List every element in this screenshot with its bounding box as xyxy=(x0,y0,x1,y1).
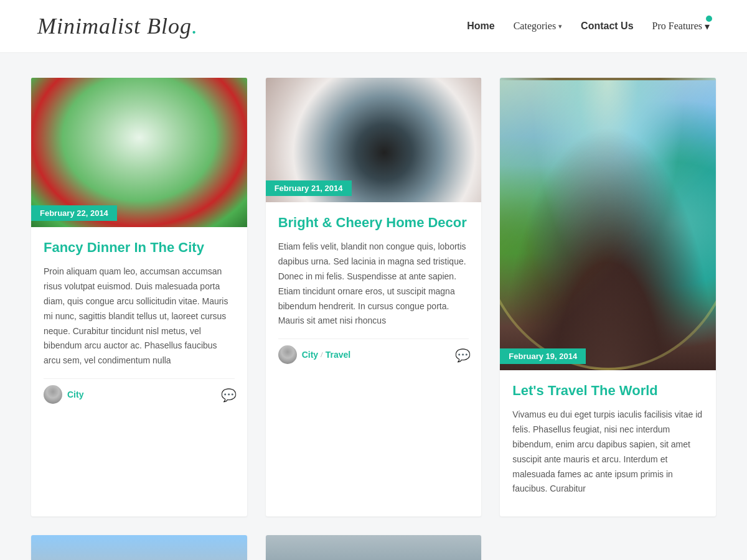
nav-categories[interactable]: Categories ▾ xyxy=(514,21,562,32)
post-body-3: Let's Travel The World Vivamus eu dui eg… xyxy=(500,370,716,516)
nav-pro-label: Pro Features xyxy=(652,21,702,32)
post-meta-1: City 💬 xyxy=(44,378,235,404)
post-author-2: City / Travel xyxy=(278,345,351,364)
post-title-2[interactable]: Bright & Cheery Home Decor xyxy=(278,215,469,231)
post-date-3: February 19, 2014 xyxy=(500,348,586,364)
post-image-wrap-3: February 19, 2014 xyxy=(500,78,716,370)
post-image-salad xyxy=(31,78,247,227)
post-card-1: February 22, 2014 Fancy Dinner In The Ci… xyxy=(31,78,247,516)
post-excerpt-1: Proin aliquam quam leo, accumsan accumsa… xyxy=(44,264,235,368)
category-city-2[interactable]: City xyxy=(302,350,318,360)
nav-pro[interactable]: Pro Features ▾ xyxy=(652,21,710,32)
post-image-city-bottom xyxy=(31,535,247,560)
post-title-3[interactable]: Let's Travel The World xyxy=(512,383,703,399)
avatar-1 xyxy=(44,385,62,404)
category-travel-2[interactable]: Travel xyxy=(326,350,350,360)
main-content: February 22, 2014 Fancy Dinner In The Ci… xyxy=(0,53,747,560)
post-image-wrap-2: February 21, 2014 xyxy=(266,78,482,202)
logo-dot: . xyxy=(192,14,198,39)
post-excerpt-2: Etiam felis velit, blandit non congue qu… xyxy=(278,240,469,329)
post-card-5 xyxy=(266,535,482,560)
post-image-wrap-1: February 22, 2014 xyxy=(31,78,247,227)
main-nav: Home Categories ▾ Contact Us Pro Feature… xyxy=(467,21,710,32)
cat-separator: / xyxy=(321,350,323,360)
posts-grid: February 22, 2014 Fancy Dinner In The Ci… xyxy=(31,78,716,516)
post-image-london xyxy=(266,535,482,560)
post-image-tent xyxy=(500,78,716,370)
pro-dot xyxy=(706,16,712,22)
post-author-1: City xyxy=(44,385,83,404)
post-date-1: February 22, 2014 xyxy=(31,205,117,221)
avatar-2 xyxy=(278,345,297,364)
site-logo[interactable]: Minimalist Blog. xyxy=(37,13,198,39)
post-body-2: Bright & Cheery Home Decor Etiam felis v… xyxy=(266,202,482,374)
nav-categories-label: Categories xyxy=(514,21,556,32)
category-links-2: City / Travel xyxy=(302,350,351,360)
pro-chevron-icon: ▾ xyxy=(705,21,710,32)
author-name-1[interactable]: City xyxy=(67,390,83,399)
post-card-3: February 19, 2014 Let's Travel The World… xyxy=(500,78,716,516)
nav-contact[interactable]: Contact Us xyxy=(581,21,633,32)
post-title-1[interactable]: Fancy Dinner In The City xyxy=(44,240,235,256)
posts-grid-bottom xyxy=(31,535,716,560)
post-card-4 xyxy=(31,535,247,560)
categories-chevron-icon: ▾ xyxy=(558,22,562,30)
post-card-2: February 21, 2014 Bright & Cheery Home D… xyxy=(266,78,482,516)
site-header: Minimalist Blog. Home Categories ▾ Conta… xyxy=(0,0,747,53)
nav-home[interactable]: Home xyxy=(467,21,494,32)
post-date-2: February 21, 2014 xyxy=(266,180,352,196)
comment-icon-1[interactable]: 💬 xyxy=(221,388,235,401)
comment-icon-2[interactable]: 💬 xyxy=(455,348,469,362)
post-excerpt-3: Vivamus eu dui eget turpis iaculis facil… xyxy=(512,408,703,497)
post-card-6-empty xyxy=(500,535,716,560)
post-meta-2: City / Travel 💬 xyxy=(278,338,469,364)
post-body-1: Fancy Dinner In The City Proin aliquam q… xyxy=(31,227,247,414)
